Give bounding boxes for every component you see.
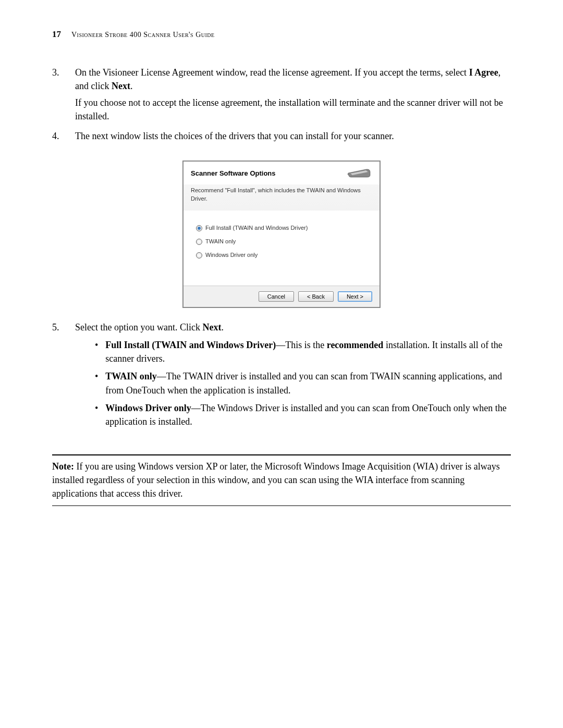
bullet-windows-driver-only: • Windows Driver only—The Windows Driver… [95,401,511,428]
cancel-button[interactable]: Cancel [259,291,294,302]
page-header: 17 Visioneer Strobe 400 Scanner User's G… [52,29,511,40]
radio-label: Windows Driver only [205,251,258,260]
radio-full-install[interactable]: Full Install (TWAIN and Windows Driver) [196,224,367,232]
bullet-body: Windows Driver only—The Windows Driver i… [105,401,511,428]
radio-label: Full Install (TWAIN and Windows Driver) [205,224,308,232]
bullet-twain-only: • TWAIN only—The TWAIN driver is install… [95,369,511,397]
bullet-title: TWAIN only [105,371,157,381]
i-agree-label: I Agree [469,67,498,78]
radio-icon [196,225,202,231]
dialog-title: Scanner Software Options [191,169,276,179]
bullet-full-install: • Full Install (TWAIN and Windows Driver… [95,338,511,365]
bullet-icon: • [95,338,98,365]
radio-twain-only[interactable]: TWAIN only [196,238,367,246]
bullet-title: Windows Driver only [105,403,191,413]
step-3-paragraph-2: If you choose not to accept the license … [75,96,511,123]
back-button[interactable]: < Back [298,291,334,302]
step-number: 3. [52,66,64,126]
next-label: Next [202,322,221,332]
page-number: 17 [52,29,61,40]
step-5: 5. Select the option you want. Click Nex… [52,320,511,433]
radio-icon [196,252,202,258]
step-3: 3. On the Visioneer License Agreement wi… [52,66,511,126]
bullet-body: TWAIN only—The TWAIN driver is installed… [105,369,511,397]
page-content: 3. On the Visioneer License Agreement wi… [52,66,511,506]
step-body: The next window lists the choices of the… [75,129,511,146]
note-label: Note: [52,461,74,472]
recommended-label: recommended [327,340,384,350]
radio-icon [196,239,202,245]
note-section: Note: If you are using Windows version X… [52,454,511,506]
note-text: If you are using Windows version XP or l… [52,461,500,499]
step-body: Select the option you want. Click Next. … [75,320,511,433]
bullet-title: Full Install (TWAIN and Windows Driver) [105,340,276,350]
next-label: Next [112,81,130,91]
step-5-paragraph: Select the option you want. Click Next. [75,320,511,334]
next-button[interactable]: Next > [338,291,372,302]
bullet-icon: • [95,401,98,428]
scanner-icon [346,168,372,179]
dialog-container: Scanner Software Options Recommend "Full… [52,161,511,308]
dialog-description: Recommend "Full Install", which includes… [183,184,380,205]
step-body: On the Visioneer License Agreement windo… [75,66,511,126]
step-number: 5. [52,320,64,433]
bullet-list: • Full Install (TWAIN and Windows Driver… [95,338,511,428]
bullet-icon: • [95,369,98,397]
dialog-footer: Cancel < Back Next > [183,286,380,307]
bullet-body: Full Install (TWAIN and Windows Driver)—… [105,338,511,365]
dialog-header: Scanner Software Options [183,162,380,184]
dialog-options-area: Full Install (TWAIN and Windows Driver) … [183,211,380,286]
scanner-options-dialog: Scanner Software Options Recommend "Full… [182,161,381,308]
step-4-paragraph: The next window lists the choices of the… [75,129,511,143]
guide-title: Visioneer Strobe 400 Scanner User's Guid… [71,31,215,39]
radio-label: TWAIN only [205,238,236,246]
step-number: 4. [52,129,64,146]
radio-windows-driver-only[interactable]: Windows Driver only [196,251,367,260]
step-3-paragraph-1: On the Visioneer License Agreement windo… [75,66,511,93]
step-4: 4. The next window lists the choices of … [52,129,511,146]
